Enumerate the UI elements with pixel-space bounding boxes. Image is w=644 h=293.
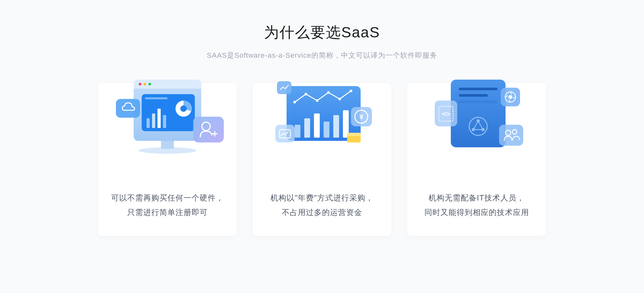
svg-rect-16 <box>116 99 140 118</box>
svg-rect-13 <box>163 115 166 128</box>
card-text: 机构以"年费"方式进行采购， 不占用过多的运营资金 <box>270 190 373 220</box>
svg-point-15 <box>180 105 187 112</box>
document-icon: </> <box>419 76 535 160</box>
card-line-2: 只需进行简单注册即可 <box>111 205 224 220</box>
card-line-2: 同时又能得到相应的技术应用 <box>424 205 529 220</box>
svg-point-26 <box>350 90 352 92</box>
feature-card-tech: </> 机构无需配备IT技术人员， 同时又能得到相应的技术应用 <box>407 83 546 236</box>
svg-rect-30 <box>324 122 329 138</box>
svg-rect-28 <box>304 118 310 138</box>
svg-rect-9 <box>145 97 167 99</box>
feature-card-hardware: 可以不需再购买任何一个硬件， 只需进行简单注册即可 <box>98 83 237 236</box>
card-line-1: 机构以"年费"方式进行采购， <box>270 190 373 205</box>
svg-rect-55 <box>499 125 523 146</box>
svg-point-24 <box>327 91 330 94</box>
svg-rect-12 <box>157 109 161 128</box>
card-text: 可以不需再购买任何一个硬件， 只需进行简单注册即可 <box>111 190 224 220</box>
svg-rect-11 <box>152 113 155 128</box>
svg-rect-31 <box>333 115 339 138</box>
card-text: 机构无需配备IT技术人员， 同时又能得到相应的技术应用 <box>424 190 529 220</box>
svg-rect-44 <box>459 101 497 103</box>
svg-rect-42 <box>459 88 497 90</box>
chart-icon: ¥ <box>264 76 380 160</box>
svg-rect-29 <box>314 113 320 138</box>
feature-cards: 可以不需再购买任何一个硬件， 只需进行简单注册即可 <box>0 83 644 236</box>
section-subtitle: SAAS是Software-as-a-Service的简称，中文可以译为一个软件… <box>0 51 644 60</box>
svg-point-54 <box>508 95 512 99</box>
svg-rect-27 <box>295 125 300 138</box>
card-line-1: 机构无需配备IT技术人员， <box>424 190 529 205</box>
computer-dashboard-illustration <box>108 76 227 160</box>
svg-text:¥: ¥ <box>359 113 364 121</box>
feature-card-pricing: ¥ 机构以"年费"方式进行采购， 不占用过多的运营资金 <box>253 83 391 236</box>
svg-point-7 <box>148 83 151 85</box>
section-header: 为什么要选SaaS SAAS是Software-as-a-Service的简称，… <box>0 23 644 60</box>
svg-rect-40 <box>347 133 361 136</box>
computer-icon <box>109 76 225 160</box>
svg-point-6 <box>144 83 146 85</box>
chart-pricing-illustration: ¥ <box>262 76 382 160</box>
card-line-2: 不占用过多的运营资金 <box>270 205 373 220</box>
svg-rect-34 <box>275 125 295 142</box>
svg-point-25 <box>338 98 341 100</box>
svg-rect-10 <box>147 118 150 128</box>
svg-point-5 <box>139 83 141 85</box>
svg-rect-43 <box>459 94 488 97</box>
svg-text:</>: </> <box>442 111 450 117</box>
svg-point-23 <box>316 99 318 102</box>
document-tech-illustration: </> <box>417 76 536 160</box>
card-line-1: 可以不需再购买任何一个硬件， <box>111 190 224 205</box>
section-title: 为什么要选SaaS <box>0 23 644 43</box>
svg-point-22 <box>305 93 307 95</box>
svg-rect-4 <box>134 84 201 89</box>
svg-point-21 <box>293 101 296 103</box>
